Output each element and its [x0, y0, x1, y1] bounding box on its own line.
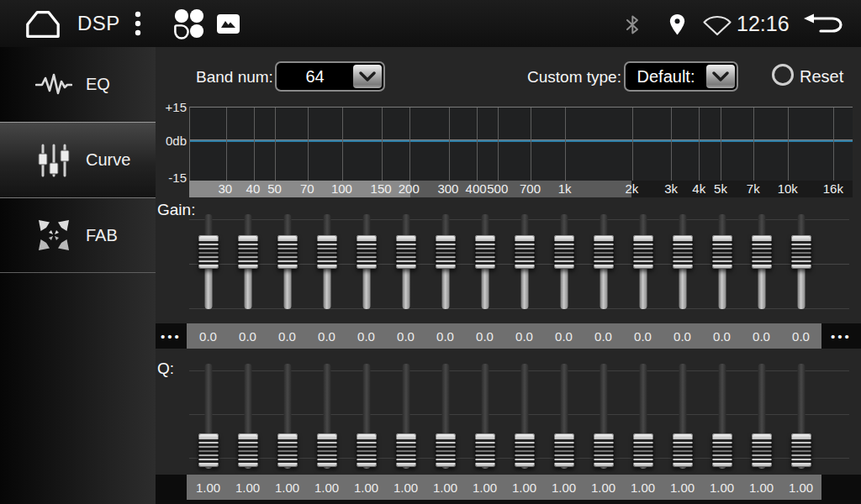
gain-slider-knob[interactable] — [515, 235, 535, 269]
q-slider[interactable] — [742, 364, 781, 469]
gain-slider[interactable] — [663, 214, 702, 309]
gain-slider[interactable] — [386, 214, 425, 309]
reset-label[interactable]: Reset — [800, 67, 843, 87]
gain-slider-knob[interactable] — [712, 235, 732, 269]
custom-type-dropdown[interactable]: Default: — [624, 61, 738, 92]
gain-slider-knob[interactable] — [752, 235, 772, 269]
q-slider[interactable] — [425, 364, 465, 469]
gain-slider-knob[interactable] — [357, 235, 377, 269]
q-slider-knob[interactable] — [791, 433, 811, 467]
q-slider[interactable] — [267, 364, 307, 469]
q-slider[interactable] — [188, 364, 228, 469]
gain-slider-knob[interactable] — [198, 235, 219, 269]
gain-slider-knob[interactable] — [475, 235, 495, 269]
gain-slider[interactable] — [346, 214, 386, 309]
q-slider[interactable] — [465, 364, 504, 469]
gain-slider[interactable] — [623, 214, 663, 309]
freq-gridline — [498, 108, 499, 181]
q-slider-knob[interactable] — [396, 433, 416, 467]
gain-slider-knob[interactable] — [396, 235, 416, 269]
gain-scroll-left-button[interactable]: ••• — [156, 323, 187, 349]
q-slider-knob[interactable] — [594, 433, 614, 467]
q-slider-knob[interactable] — [317, 433, 337, 467]
gain-slider[interactable] — [781, 214, 821, 309]
q-slider-knob[interactable] — [633, 433, 653, 467]
q-slider[interactable] — [781, 364, 821, 469]
gain-slider-knob[interactable] — [436, 235, 456, 269]
freq-gridline — [721, 108, 721, 181]
gain-slider-knob[interactable] — [238, 235, 258, 269]
gain-value: 0.0 — [504, 323, 544, 349]
gain-slider-knob[interactable] — [673, 235, 693, 269]
gain-slider[interactable] — [465, 214, 504, 309]
q-slider[interactable] — [346, 364, 386, 469]
reset-radio[interactable] — [772, 64, 794, 86]
overflow-menu-button[interactable] — [131, 11, 145, 36]
q-slider[interactable] — [307, 364, 346, 469]
q-slider-knob[interactable] — [515, 433, 535, 467]
q-slider-knob[interactable] — [198, 433, 219, 467]
gain-slider[interactable] — [504, 214, 544, 309]
location-icon — [668, 13, 687, 36]
gain-slider[interactable] — [702, 214, 742, 309]
apps-button[interactable] — [172, 8, 206, 39]
gain-slider[interactable] — [544, 214, 584, 309]
gain-value: 0.0 — [742, 323, 781, 349]
q-value: 1.00 — [623, 475, 663, 500]
freq-tick-label: 300 — [437, 181, 458, 196]
gain-slider[interactable] — [425, 214, 465, 309]
back-button[interactable] — [800, 12, 846, 37]
gain-slider[interactable] — [188, 214, 228, 309]
q-slider[interactable] — [623, 364, 663, 469]
gain-slider-knob[interactable] — [791, 235, 811, 269]
gain-slider[interactable] — [742, 214, 781, 309]
q-slider-knob[interactable] — [238, 433, 258, 467]
gain-value-strip: 0.00.00.00.00.00.00.00.00.00.00.00.00.00… — [187, 323, 821, 349]
q-slider-knob[interactable] — [277, 433, 298, 467]
freq-gridline — [671, 108, 672, 181]
q-slider[interactable] — [663, 364, 702, 469]
gain-slider-knob[interactable] — [277, 235, 298, 269]
q-value: 1.00 — [544, 475, 584, 500]
q-slider-knob[interactable] — [673, 433, 693, 467]
q-slider-knob[interactable] — [752, 433, 772, 467]
q-slider[interactable] — [504, 364, 544, 469]
gain-slider[interactable] — [307, 214, 346, 309]
q-slider-knob[interactable] — [712, 433, 732, 467]
sidebar-item-curve[interactable]: Curve — [0, 122, 156, 198]
gain-sliders — [188, 214, 821, 309]
chevron-down-icon[interactable] — [353, 65, 382, 88]
sidebar-item-eq[interactable]: EQ — [0, 47, 156, 122]
gain-slider[interactable] — [228, 214, 267, 309]
gain-value: 0.0 — [623, 323, 663, 349]
q-slider-knob[interactable] — [357, 433, 377, 467]
q-slider-knob[interactable] — [436, 433, 456, 467]
gain-slider-knob[interactable] — [317, 235, 337, 269]
q-slider[interactable] — [228, 364, 267, 469]
custom-type-label: Custom type: — [527, 68, 621, 87]
sidebar-item-fab[interactable]: FAB — [0, 198, 156, 273]
chevron-down-icon[interactable] — [706, 65, 735, 88]
gain-slider-knob[interactable] — [633, 235, 653, 269]
gain-value: 0.0 — [346, 323, 386, 349]
q-slider-knob[interactable] — [554, 433, 574, 467]
band-num-dropdown[interactable]: 64 — [275, 61, 385, 92]
y-axis-label-min: -15 — [155, 171, 187, 185]
gain-scroll-right-button[interactable]: ••• — [821, 323, 861, 349]
q-slider[interactable] — [584, 364, 623, 469]
q-value-strip: 1.001.001.001.001.001.001.001.001.001.00… — [187, 475, 821, 500]
q-slider[interactable] — [702, 364, 742, 469]
gain-slider[interactable] — [584, 214, 623, 309]
freq-tick-label: 4k — [692, 181, 705, 196]
q-slider[interactable] — [544, 364, 584, 469]
q-slider[interactable] — [386, 364, 425, 469]
home-button[interactable] — [22, 8, 64, 39]
gallery-button[interactable] — [215, 13, 240, 34]
gain-slider[interactable] — [267, 214, 307, 309]
gallery-icon — [217, 14, 240, 34]
gain-slider-knob[interactable] — [554, 235, 574, 269]
gain-slider-knob[interactable] — [594, 235, 614, 269]
freq-tick-label: 400 — [466, 181, 487, 196]
q-slider-knob[interactable] — [475, 433, 495, 467]
freq-tick-label: 500 — [487, 181, 508, 196]
